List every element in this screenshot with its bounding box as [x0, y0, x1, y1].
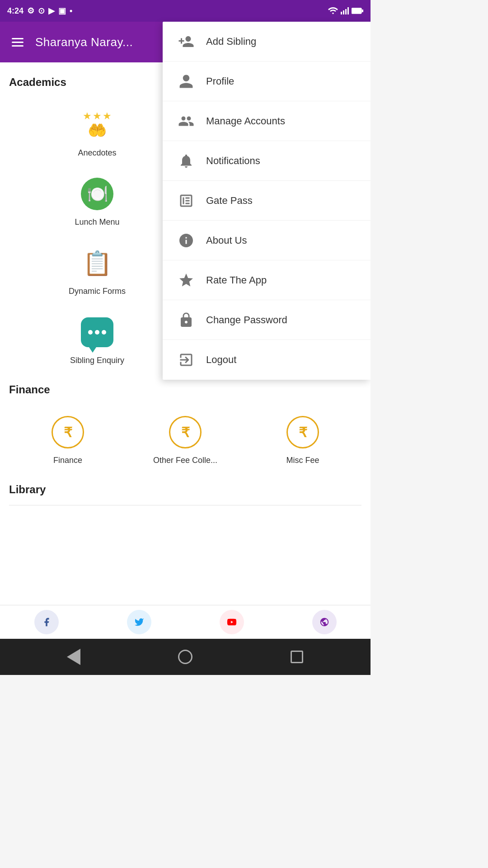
- anecdotes-icon: ★ ★ ★ 🤲: [79, 107, 115, 143]
- card-icon: ▣: [58, 6, 66, 16]
- otherfeecoll-label: Other Fee Colle...: [153, 456, 217, 465]
- gate-icon: [176, 191, 196, 211]
- menu-item-notifications[interactable]: Notifications: [163, 141, 371, 181]
- manage-accounts-label: Manage Accounts: [206, 115, 285, 127]
- shield-icon: ▶: [48, 6, 55, 16]
- status-right: [328, 7, 363, 14]
- change-password-label: Change Password: [206, 314, 287, 326]
- otherfeecoll-icon: ₹: [167, 414, 203, 450]
- add-person-icon: [176, 32, 196, 52]
- menu-item-about-us[interactable]: About Us: [163, 221, 371, 260]
- menu-item-logout[interactable]: Logout: [163, 340, 371, 380]
- notifications-label: Notifications: [206, 155, 260, 167]
- dynamicforms-label: Dynamic Forms: [69, 287, 126, 296]
- battery-icon: [352, 8, 363, 14]
- social-bar: [0, 605, 371, 639]
- otherfeecoll-item[interactable]: ₹ Other Fee Colle...: [127, 405, 244, 474]
- home-button[interactable]: [174, 646, 197, 668]
- anecdotes-item[interactable]: ★ ★ ★ 🤲 Anecdotes: [9, 98, 185, 167]
- dynamicforms-item[interactable]: 📋 Dynamic Forms: [9, 236, 185, 305]
- miscfee-item[interactable]: ₹ Misc Fee: [244, 405, 361, 474]
- gear-icon: ⚙: [27, 6, 34, 16]
- dot-icon: •: [70, 6, 72, 16]
- menu-item-gate-pass[interactable]: Gate Pass: [163, 181, 371, 221]
- library-section-title: Library: [9, 483, 361, 496]
- finance-icon: ₹: [50, 414, 86, 450]
- lunchmenu-icon: 🍽️: [79, 176, 115, 212]
- lunchmenu-item[interactable]: 🍽️ Lunch Menu: [9, 167, 185, 236]
- svg-rect-3: [347, 7, 349, 14]
- anecdotes-label: Anecdotes: [78, 148, 116, 158]
- time-display: 4:24: [7, 6, 23, 16]
- profile-label: Profile: [206, 75, 234, 87]
- lock-icon: [176, 310, 196, 330]
- svg-rect-2: [345, 9, 347, 14]
- website-button[interactable]: [312, 610, 337, 634]
- menu-item-rate-app[interactable]: Rate The App: [163, 260, 371, 300]
- twitter-button[interactable]: [127, 610, 151, 634]
- finance-label: Finance: [53, 456, 82, 465]
- logout-label: Logout: [206, 354, 236, 366]
- info-icon: [176, 231, 196, 250]
- star-icon: [176, 270, 196, 290]
- finance-grid: ₹ Finance ₹ Other Fee Colle... ₹ Misc Fe…: [9, 405, 361, 474]
- signal-icon: [341, 7, 349, 14]
- bell-icon: [176, 151, 196, 171]
- nav-bar: [0, 639, 371, 675]
- dynamicforms-icon: 📋: [79, 245, 115, 281]
- siblingenquiry1-icon: [79, 314, 115, 350]
- finance-section-title: Finance: [9, 383, 361, 396]
- hamburger-button[interactable]: [9, 35, 26, 49]
- wifi-icon: [328, 7, 338, 14]
- status-left: 4:24 ⚙ ⊙ ▶ ▣ •: [7, 6, 72, 16]
- library-divider: [9, 505, 361, 505]
- youtube-button[interactable]: [220, 610, 244, 634]
- menu-item-manage-accounts[interactable]: Manage Accounts: [163, 101, 371, 141]
- gate-pass-label: Gate Pass: [206, 195, 253, 207]
- circle-status-icon: ⊙: [38, 6, 45, 16]
- siblingenquiry1-label: Sibling Enquiry: [70, 356, 124, 365]
- svg-rect-1: [343, 10, 344, 14]
- rate-app-label: Rate The App: [206, 274, 267, 286]
- miscfee-icon: ₹: [285, 414, 321, 450]
- miscfee-label: Misc Fee: [286, 456, 319, 465]
- menu-item-change-password[interactable]: Change Password: [163, 300, 371, 340]
- svg-rect-0: [341, 12, 342, 14]
- menu-item-profile[interactable]: Profile: [163, 61, 371, 101]
- logout-icon: [176, 350, 196, 370]
- person-icon: [176, 71, 196, 91]
- svg-rect-4: [352, 8, 361, 14]
- menu-item-add-sibling[interactable]: Add Sibling: [163, 22, 371, 61]
- finance-item[interactable]: ₹ Finance: [9, 405, 127, 474]
- app-title: Sharanya Naray...: [35, 35, 133, 49]
- siblingenquiry1-item[interactable]: Sibling Enquiry: [9, 305, 185, 374]
- facebook-button[interactable]: [34, 610, 59, 634]
- status-bar: 4:24 ⚙ ⊙ ▶ ▣ •: [0, 0, 371, 22]
- back-button[interactable]: [62, 646, 85, 668]
- dropdown-menu: Add Sibling Profile Manage Accounts Noti…: [163, 22, 371, 380]
- group-icon: [176, 111, 196, 131]
- about-us-label: About Us: [206, 235, 247, 246]
- lunchmenu-label: Lunch Menu: [75, 217, 119, 227]
- add-sibling-label: Add Sibling: [206, 36, 256, 47]
- svg-rect-5: [362, 9, 363, 12]
- recent-button[interactable]: [286, 646, 308, 668]
